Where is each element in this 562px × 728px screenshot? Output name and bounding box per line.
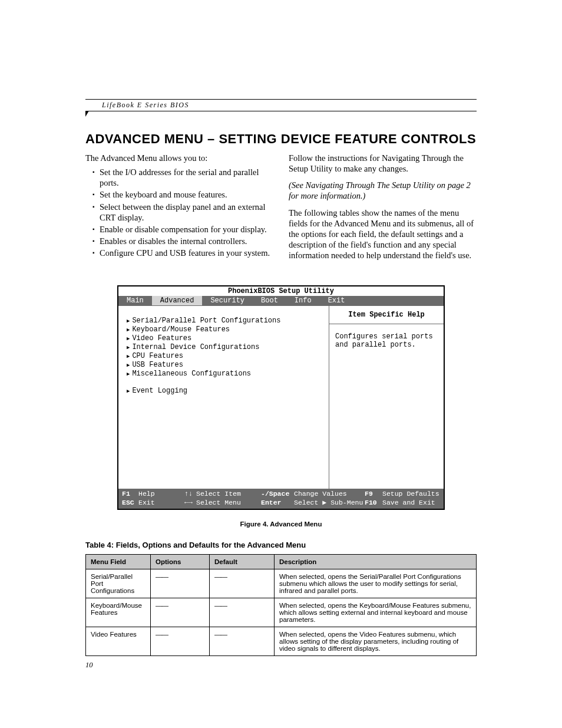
key-minus: -/Space [261,490,294,499]
key-esc: ESC [122,499,138,508]
bios-menu-label: Event Logging [132,387,187,395]
bios-menu-label: Keyboard/Mouse Features [132,325,230,334]
bios-menu-label: Miscellaneous Configurations [132,370,251,378]
table-row: Video Features —— —— When selected, open… [86,627,477,656]
bios-menu-item: ▶USB Features [127,361,323,369]
corner-decoration [85,111,89,117]
table-description: The following tables show the names of t… [289,207,477,261]
bios-tab-bar: Main Advanced Security Boot Info Exit [118,296,444,305]
bios-tab-info: Info [286,296,320,305]
bios-menu-label: USB Features [132,361,183,369]
bullet-item: Set the keyboard and mouse features. [92,189,273,200]
key-f10: F10 [365,499,382,508]
bios-menu-item: ▶Internal Device Configurations [127,343,323,351]
cell-menu-field: Keyboard/Mouse Features [86,598,151,627]
bullet-item: Enables or disables the internal control… [92,236,273,246]
key-arrows: ↑↓ [181,490,196,499]
bios-menu-label: Video Features [132,334,191,342]
bios-menu-item: ▶Event Logging [127,387,323,395]
key-action: Change Values [294,490,365,499]
bios-help-panel: Item Specific Help Configures serial por… [329,306,444,489]
table-header: Menu Field [86,555,151,569]
bios-footer: F1 Help ↑↓ Select Item -/Space Change Va… [118,489,444,509]
bullet-item: Configure CPU and USB features in your s… [92,248,273,258]
table-header: Default [210,555,275,569]
cell-options: —— [151,569,210,598]
key-f9: F9 [365,490,382,499]
options-table: Menu Field Options Default Description S… [85,554,477,656]
cell-menu-field: Video Features [86,627,151,656]
key-action: Select ▶ Sub-Menu [294,499,365,508]
page-title: ADVANCED MENU – SETTING DEVICE FEATURE C… [85,131,477,147]
bios-menu-item: ▶CPU Features [127,352,323,360]
key-enter: Enter [261,499,294,508]
table-header: Options [151,555,210,569]
bios-help-title: Item Specific Help [329,311,444,324]
bios-title: PhoenixBIOS Setup Utility [118,286,444,296]
cell-description: When selected, opens the Keyboard/Mouse … [275,598,477,627]
key-arrows: ←→ [181,499,196,508]
bios-help-text: Configures serial ports and parallel por… [335,332,438,349]
bios-menu-list: ▶Serial/Parallel Port Configurations ▶Ke… [118,306,329,489]
triangle-icon: ▶ [127,327,130,333]
triangle-icon: ▶ [127,353,130,360]
bios-menu-item: ▶Keyboard/Mouse Features [127,325,323,334]
table-title: Table 4: Fields, Options and Defaults fo… [85,541,477,549]
cell-default: —— [210,569,275,598]
key-f1: F1 [122,490,138,499]
triangle-icon: ▶ [127,371,130,377]
bios-menu-label: CPU Features [132,352,183,360]
triangle-icon: ▶ [127,388,130,394]
triangle-icon: ▶ [127,335,130,342]
page-number: 10 [85,661,477,670]
bios-menu-item: ▶Video Features [127,334,323,342]
cell-default: —— [210,627,275,656]
cell-description: When selected, opens the Video Features … [275,627,477,656]
running-header: LifeBook E Series BIOS [85,101,477,110]
instruction-text: Follow the instructions for Navigating T… [289,153,477,174]
cell-menu-field: Serial/Parallel Port Configurations [86,569,151,598]
triangle-icon: ▶ [127,318,130,324]
bios-tab-boot: Boot [253,296,286,305]
table-row: Serial/Parallel Port Configurations —— —… [86,569,477,598]
bullet-item: Enable or disable compensation for your … [92,224,273,235]
bios-tab-security: Security [202,296,253,305]
key-action: Help [138,490,181,499]
figure-caption: Figure 4. Advanced Menu [85,521,477,528]
bios-menu-item: ▶Serial/Parallel Port Configurations [127,317,323,325]
bullet-item: Set the I/O addresses for the serial and… [92,167,273,188]
bios-figure: PhoenixBIOS Setup Utility Main Advanced … [117,285,445,510]
bios-menu-item: ▶Miscellaneous Configurations [127,370,323,378]
cell-description: When selected, opens the Serial/Parallel… [275,569,477,598]
triangle-icon: ▶ [127,344,130,351]
bullet-item: Select between the display panel and an … [92,202,273,223]
cell-default: —— [210,598,275,627]
key-action: Exit [138,499,181,508]
triangle-icon: ▶ [127,362,130,368]
bios-tab-main: Main [118,296,152,305]
table-row: Keyboard/Mouse Features —— —— When selec… [86,598,477,627]
key-action: Save and Exit [382,499,435,508]
bios-tab-exit: Exit [320,296,353,305]
cell-options: —— [151,627,210,656]
bios-menu-label: Internal Device Configurations [132,343,259,351]
bios-menu-label: Serial/Parallel Port Configurations [132,317,280,325]
key-action: Select Item [196,490,261,499]
intro-text: The Advanced Menu allows you to: [85,153,273,163]
key-action: Select Menu [196,499,261,508]
table-header: Description [275,555,477,569]
key-action: Setup Defaults [382,490,439,499]
feature-bullets: Set the I/O addresses for the serial and… [85,167,273,258]
cell-options: —— [151,598,210,627]
cross-reference: (See Navigating Through The Setup Utilit… [289,180,477,201]
bios-tab-advanced: Advanced [152,296,203,305]
